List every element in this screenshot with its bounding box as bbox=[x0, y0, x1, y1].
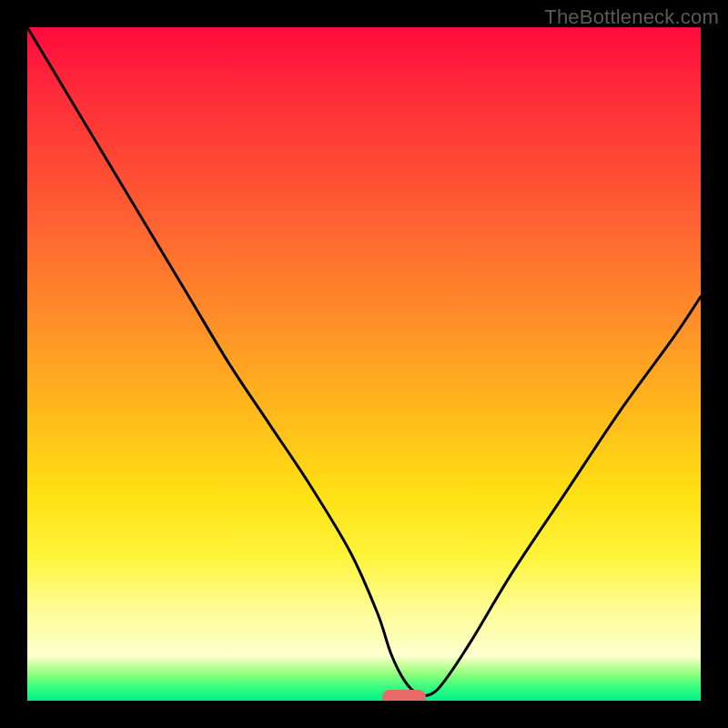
chart-frame: TheBottleneck.com bbox=[0, 0, 728, 728]
gradient-background bbox=[27, 27, 701, 701]
gradient-red-yellow bbox=[27, 27, 701, 657]
watermark-text: TheBottleneck.com bbox=[544, 5, 719, 29]
gradient-green-band bbox=[27, 657, 701, 701]
plot-area bbox=[27, 27, 701, 701]
